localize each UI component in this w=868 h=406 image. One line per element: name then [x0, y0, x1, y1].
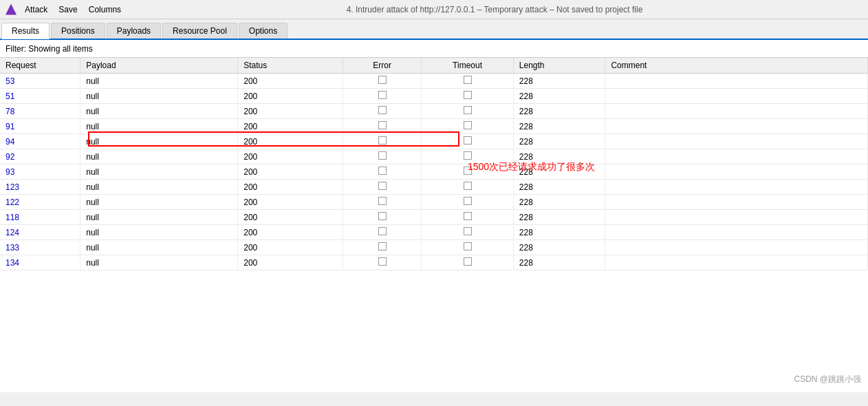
- table-row[interactable]: 78null200228: [0, 104, 868, 119]
- timeout-checkbox[interactable]: [464, 182, 472, 190]
- error-checkbox[interactable]: [378, 167, 387, 175]
- cell-error: [343, 255, 421, 270]
- error-checkbox[interactable]: [378, 106, 387, 114]
- cell-comment: [605, 195, 868, 210]
- timeout-checkbox[interactable]: [464, 136, 472, 145]
- tab-positions[interactable]: Positions: [51, 23, 105, 39]
- menu-save[interactable]: Save: [53, 3, 83, 16]
- timeout-checkbox[interactable]: [464, 197, 472, 205]
- cell-status: 200: [238, 149, 343, 164]
- cell-request[interactable]: 94: [0, 134, 80, 149]
- cell-payload: null: [80, 119, 238, 134]
- timeout-checkbox[interactable]: [464, 121, 472, 129]
- cell-request[interactable]: 124: [0, 225, 80, 240]
- cell-request[interactable]: 118: [0, 210, 80, 225]
- cell-request[interactable]: 134: [0, 255, 80, 270]
- cell-length: 228: [513, 255, 605, 270]
- table-row[interactable]: 51null200228: [0, 89, 868, 104]
- cell-comment: [605, 89, 868, 104]
- cell-error: [343, 74, 421, 89]
- table-row[interactable]: 91null200228: [0, 119, 868, 134]
- results-table-container[interactable]: Request Payload Status Error Timeout Len…: [0, 58, 868, 392]
- header-timeout: Timeout: [422, 58, 514, 74]
- table-body: 53null20022851null20022878null20022891nu…: [0, 74, 868, 270]
- cell-comment: [605, 104, 868, 119]
- cell-timeout: [422, 104, 514, 119]
- cell-request[interactable]: 133: [0, 240, 80, 255]
- table-row[interactable]: 53null200228: [0, 74, 868, 89]
- table-row[interactable]: 93null200228: [0, 164, 868, 180]
- title-bar: Attack Save Columns 4. Intruder attack o…: [0, 0, 868, 19]
- cell-timeout: [422, 210, 514, 225]
- table-row[interactable]: 123null200228: [0, 180, 868, 195]
- cell-payload: null: [80, 164, 238, 180]
- menu-bar[interactable]: Attack Save Columns: [19, 3, 127, 16]
- timeout-checkbox[interactable]: [464, 91, 472, 99]
- cell-length: 228: [513, 240, 605, 255]
- cell-request[interactable]: 91: [0, 119, 80, 134]
- tab-options[interactable]: Options: [239, 23, 287, 39]
- cell-comment: [605, 255, 868, 270]
- menu-columns[interactable]: Columns: [83, 3, 127, 16]
- timeout-checkbox[interactable]: [464, 106, 472, 114]
- error-checkbox[interactable]: [378, 136, 387, 145]
- table-row[interactable]: 92null200228: [0, 149, 868, 164]
- cell-request[interactable]: 78: [0, 104, 80, 119]
- cell-timeout: [422, 240, 514, 255]
- table-row[interactable]: 133null200228: [0, 240, 868, 255]
- tab-results[interactable]: Results: [1, 23, 50, 39]
- cell-status: 200: [238, 119, 343, 134]
- cell-error: [343, 119, 421, 134]
- error-checkbox[interactable]: [378, 121, 387, 129]
- cell-status: 200: [238, 240, 343, 255]
- table-row[interactable]: 124null200228: [0, 225, 868, 240]
- menu-attack[interactable]: Attack: [19, 3, 53, 16]
- cell-length: 228: [513, 119, 605, 134]
- main-area: Request Payload Status Error Timeout Len…: [0, 58, 868, 392]
- cell-error: [343, 240, 421, 255]
- filter-text: Filter: Showing all items: [6, 44, 93, 54]
- cell-length: 228: [513, 104, 605, 119]
- cell-request[interactable]: 123: [0, 180, 80, 195]
- error-checkbox[interactable]: [378, 227, 387, 235]
- header-payload: Payload: [80, 58, 238, 74]
- cell-request[interactable]: 92: [0, 149, 80, 164]
- error-checkbox[interactable]: [378, 212, 387, 220]
- table-row[interactable]: 122null200228: [0, 195, 868, 210]
- cell-comment: [605, 240, 868, 255]
- timeout-checkbox[interactable]: [464, 151, 472, 160]
- cell-payload: null: [80, 195, 238, 210]
- cell-request[interactable]: 93: [0, 164, 80, 180]
- cell-request[interactable]: 122: [0, 195, 80, 210]
- error-checkbox[interactable]: [378, 76, 387, 84]
- timeout-checkbox[interactable]: [464, 212, 472, 220]
- timeout-checkbox[interactable]: [464, 76, 472, 84]
- tab-payloads[interactable]: Payloads: [107, 23, 161, 39]
- timeout-checkbox[interactable]: [464, 227, 472, 235]
- tab-resource-pool[interactable]: Resource Pool: [162, 23, 237, 39]
- cell-length: 228: [513, 89, 605, 104]
- error-checkbox[interactable]: [378, 91, 387, 99]
- cell-payload: null: [80, 74, 238, 89]
- burp-logo-icon: [6, 4, 17, 15]
- cell-comment: [605, 149, 868, 164]
- table-row[interactable]: 134null200228: [0, 255, 868, 270]
- timeout-checkbox[interactable]: [464, 242, 472, 250]
- cell-status: 200: [238, 225, 343, 240]
- cell-request[interactable]: 51: [0, 89, 80, 104]
- cell-payload: null: [80, 225, 238, 240]
- table-row[interactable]: 94null200228: [0, 134, 868, 149]
- error-checkbox[interactable]: [378, 197, 387, 205]
- title-center: 4. Intruder attack of http://127.0.0.1 –…: [127, 5, 862, 14]
- cell-length: 228: [513, 180, 605, 195]
- timeout-checkbox[interactable]: [464, 257, 472, 266]
- cell-request[interactable]: 53: [0, 74, 80, 89]
- cell-timeout: [422, 89, 514, 104]
- cell-status: 200: [238, 104, 343, 119]
- error-checkbox[interactable]: [378, 182, 387, 190]
- table-row[interactable]: 118null200228: [0, 210, 868, 225]
- error-checkbox[interactable]: [378, 151, 387, 160]
- error-checkbox[interactable]: [378, 242, 387, 250]
- error-checkbox[interactable]: [378, 257, 387, 266]
- cell-status: 200: [238, 74, 343, 89]
